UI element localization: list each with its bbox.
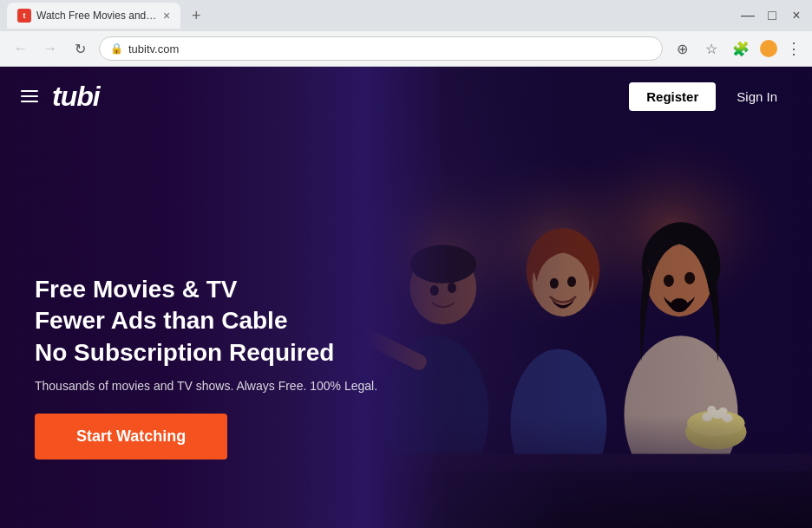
- forward-button[interactable]: →: [40, 41, 61, 56]
- hamburger-menu[interactable]: [21, 90, 38, 102]
- extensions-icon[interactable]: 🧩: [730, 41, 751, 57]
- title-bar: t Watch Free Movies and TV Show × + — □ …: [0, 0, 812, 31]
- hero-headline-line1: Free Movies & TV: [35, 274, 377, 305]
- hero-headline: Free Movies & TV Fewer Ads than Cable No…: [35, 274, 377, 368]
- new-tab-button[interactable]: +: [184, 3, 208, 28]
- security-icon: 🔒: [110, 42, 123, 55]
- window-controls: — □ ×: [739, 8, 805, 23]
- tab-favicon: t: [17, 9, 31, 23]
- add-bookmark-icon[interactable]: ⊕: [671, 41, 692, 57]
- minimize-button[interactable]: —: [739, 8, 756, 23]
- nav-right: Register Sign In: [629, 82, 791, 111]
- url-text: tubitv.com: [128, 42, 652, 55]
- hero-text-section: Free Movies & TV Fewer Ads than Cable No…: [35, 274, 377, 460]
- refresh-button[interactable]: ↻: [69, 41, 90, 57]
- hamburger-line-2: [21, 95, 38, 97]
- page-content: tubi Register Sign In Free Movies & TV F…: [0, 67, 812, 528]
- hamburger-line-1: [21, 90, 38, 92]
- browser-chrome: t Watch Free Movies and TV Show × + — □ …: [0, 0, 812, 67]
- profile-extension-icon[interactable]: [760, 40, 777, 57]
- hamburger-line-3: [21, 101, 38, 102]
- toolbar-icons: ⊕ ☆ 🧩 ⋮: [671, 39, 802, 58]
- browser-menu-button[interactable]: ⋮: [786, 39, 802, 58]
- url-bar[interactable]: 🔒 tubitv.com: [99, 36, 663, 61]
- hero-headline-line3: No Subscription Required: [35, 337, 377, 368]
- tab-title: Watch Free Movies and TV Show: [36, 10, 158, 22]
- address-bar: ← → ↻ 🔒 tubitv.com ⊕ ☆ 🧩 ⋮: [0, 31, 812, 66]
- back-button[interactable]: ←: [10, 41, 31, 56]
- bookmark-icon[interactable]: ☆: [701, 41, 722, 57]
- navbar: tubi Register Sign In: [0, 67, 812, 126]
- start-watching-button[interactable]: Start Watching: [35, 414, 227, 460]
- maximize-button[interactable]: □: [763, 8, 781, 23]
- hero-subtext: Thousands of movies and TV shows. Always…: [35, 379, 377, 393]
- hero-headline-line2: Fewer Ads than Cable: [35, 305, 377, 336]
- active-tab[interactable]: t Watch Free Movies and TV Show ×: [7, 3, 180, 29]
- logo: tubi: [52, 81, 100, 113]
- window-close-button[interactable]: ×: [788, 8, 805, 23]
- signin-button[interactable]: Sign In: [723, 82, 791, 111]
- tab-close-button[interactable]: ×: [163, 9, 170, 23]
- register-button[interactable]: Register: [629, 82, 716, 111]
